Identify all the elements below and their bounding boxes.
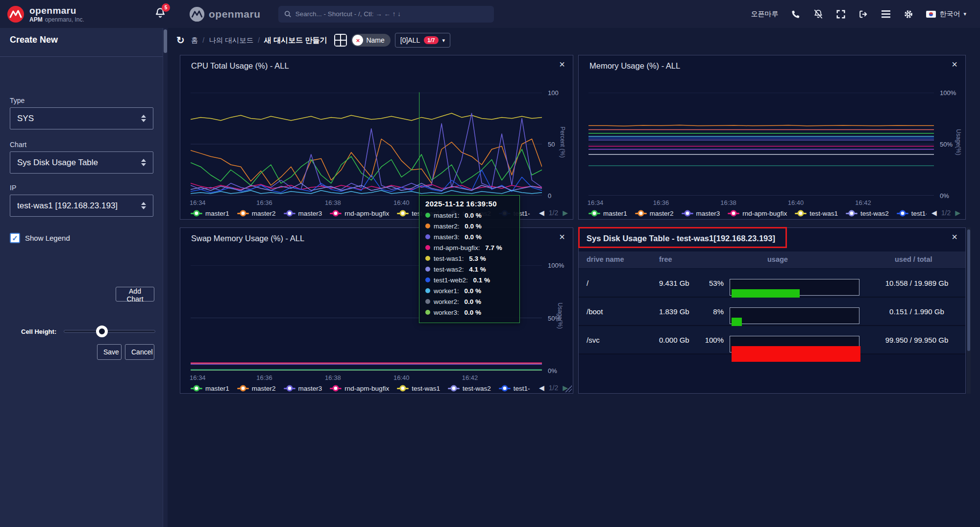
legend-page-indicator: 1/2 bbox=[941, 209, 951, 217]
legend-item[interactable]: test-was1 bbox=[397, 385, 440, 392]
tooltip-row: worker3: 0.0 % bbox=[425, 307, 514, 318]
notification-bell-button[interactable]: 5 bbox=[155, 7, 166, 21]
mute-notifications-button[interactable] bbox=[813, 9, 823, 19]
chevron-down-icon: ▾ bbox=[963, 11, 966, 17]
legend-prev-icon[interactable]: ◀ bbox=[539, 209, 544, 217]
panel-resize-handle[interactable] bbox=[565, 385, 572, 392]
legend-marker-icon bbox=[897, 213, 908, 214]
series-dot-icon bbox=[425, 213, 430, 218]
app-brand[interactable]: openmaru APMopenmaru, Inc. bbox=[0, 5, 152, 23]
legend-marker-icon bbox=[191, 213, 202, 214]
usage-bar-fill bbox=[732, 346, 860, 362]
y-tick-label: 100% bbox=[548, 262, 564, 269]
tooltip-row: test-was1: 5.3 % bbox=[425, 253, 514, 264]
legend-next-icon[interactable]: ▶ bbox=[955, 209, 960, 217]
legend-item[interactable]: master2 bbox=[237, 385, 276, 392]
sidebar-scrollbar[interactable] bbox=[163, 28, 168, 527]
tooltip-series-value: 0.0 % bbox=[465, 287, 482, 295]
bell-slash-icon bbox=[813, 9, 823, 19]
x-tick-label: 16:42 bbox=[855, 199, 871, 206]
disk-table-row: / 9.431 Gb 53% 10.558 / 19.989 Gb bbox=[579, 269, 965, 298]
disk-table-header: drive namefreeusageused / total bbox=[579, 251, 965, 268]
legend-item[interactable]: test1- bbox=[499, 385, 530, 392]
legend-item[interactable]: master2 bbox=[635, 210, 674, 217]
legend-item[interactable]: master3 bbox=[284, 210, 322, 217]
type-select[interactable]: SYS bbox=[10, 107, 153, 129]
search-input[interactable] bbox=[295, 10, 488, 18]
legend-item[interactable]: master1 bbox=[588, 210, 627, 217]
type-label: Type bbox=[10, 97, 24, 104]
legend-prev-icon[interactable]: ◀ bbox=[539, 384, 544, 392]
all-dropdown[interactable]: [0]ALL 1/7 ▾ bbox=[395, 33, 450, 48]
tooltip-series-value: 0.1 % bbox=[473, 276, 490, 284]
tooltip-row: rnd-apm-bugfix: 7.7 % bbox=[425, 242, 514, 253]
user-name-label[interactable]: 오픈마루 bbox=[751, 10, 778, 19]
legend-item[interactable]: test-was2 bbox=[846, 210, 889, 217]
legend-item[interactable]: test1- bbox=[897, 210, 927, 217]
add-chart-button[interactable]: Add Chart bbox=[116, 287, 154, 301]
close-icon[interactable]: × bbox=[559, 59, 565, 69]
dashboard-grid-icon[interactable] bbox=[334, 34, 347, 47]
phone-button[interactable] bbox=[791, 9, 801, 19]
breadcrumb-home[interactable]: 홈 bbox=[191, 36, 198, 45]
phone-icon bbox=[791, 10, 800, 19]
logout-button[interactable] bbox=[858, 9, 868, 19]
legend-item[interactable]: rnd-apm-bugfix bbox=[330, 210, 389, 217]
cancel-button[interactable]: Cancel bbox=[125, 344, 154, 360]
series-dot-icon bbox=[425, 245, 430, 250]
menu-button[interactable] bbox=[881, 9, 891, 19]
breadcrumb-my-dashboard[interactable]: 나의 대시보드 bbox=[209, 36, 253, 45]
tooltip-row: master2: 0.0 % bbox=[425, 221, 514, 231]
show-legend-label: Show Legend bbox=[25, 234, 70, 242]
global-search[interactable] bbox=[278, 6, 494, 23]
scrollbar-thumb[interactable] bbox=[967, 229, 970, 351]
close-icon[interactable]: × bbox=[952, 59, 957, 69]
legend-item[interactable]: master1 bbox=[191, 210, 229, 217]
hamburger-icon bbox=[882, 10, 890, 18]
breadcrumb-separator: / bbox=[258, 36, 260, 44]
remove-filter-icon[interactable]: × bbox=[352, 35, 363, 46]
legend-item[interactable]: master1 bbox=[191, 385, 229, 392]
legend-item[interactable]: rnd-apm-bugfix bbox=[330, 385, 389, 392]
legend-item[interactable]: master3 bbox=[682, 210, 720, 217]
refresh-icon[interactable]: ↻ bbox=[176, 34, 185, 46]
show-legend-checkbox[interactable]: ✓ bbox=[10, 233, 20, 243]
slider-thumb[interactable] bbox=[96, 326, 108, 337]
ip-select[interactable]: test-was1 [192.168.23.193] bbox=[10, 195, 153, 217]
swap-legend-pager: ◀ 1/2 ▶ bbox=[539, 384, 568, 392]
scrollbar-thumb[interactable] bbox=[164, 29, 167, 53]
legend-item[interactable]: rnd-apm-bugfix bbox=[728, 210, 787, 217]
disk-panel-scrollbar[interactable] bbox=[967, 227, 971, 394]
legend-item[interactable]: master3 bbox=[284, 385, 322, 392]
legend-item[interactable]: test-was1 bbox=[795, 210, 838, 217]
usage-percent: 100% bbox=[691, 336, 724, 344]
settings-button[interactable] bbox=[904, 9, 913, 19]
legend-label: test1- bbox=[514, 385, 530, 392]
name-filter-pill[interactable]: × Name bbox=[351, 34, 390, 47]
legend-label: test-was2 bbox=[463, 385, 491, 392]
x-tick-label: 16:34 bbox=[588, 199, 604, 206]
fullscreen-button[interactable] bbox=[836, 9, 846, 19]
close-icon[interactable]: × bbox=[952, 232, 957, 242]
legend-marker-icon bbox=[397, 388, 409, 389]
tooltip-row: worker2: 0.0 % bbox=[425, 296, 514, 307]
cell-height-slider[interactable] bbox=[64, 330, 155, 333]
close-icon[interactable]: × bbox=[559, 232, 565, 242]
chart-select[interactable]: Sys Disk Usage Table bbox=[10, 151, 153, 174]
legend-prev-icon[interactable]: ◀ bbox=[931, 209, 937, 217]
tooltip-series-value: 0.0 % bbox=[465, 298, 482, 305]
brand-sub: APMopenmaru, Inc. bbox=[29, 16, 84, 23]
save-button[interactable]: Save bbox=[97, 344, 122, 360]
tooltip-series-name: worker3: bbox=[434, 309, 461, 316]
legend-label: test-was1 bbox=[412, 385, 440, 392]
legend-item[interactable]: test-was2 bbox=[448, 385, 491, 392]
tooltip-row: test1-web2: 0.1 % bbox=[425, 275, 514, 285]
tooltip-row: master3: 0.0 % bbox=[425, 231, 514, 242]
legend-marker-icon bbox=[499, 388, 511, 389]
sidebar-title: Create New bbox=[10, 35, 58, 45]
legend-next-icon[interactable]: ▶ bbox=[563, 209, 568, 217]
language-selector[interactable]: 한국어 ▾ bbox=[926, 10, 966, 19]
create-new-sidebar: Create New Type SYS Chart Sys Disk Usage… bbox=[0, 28, 163, 527]
legend-item[interactable]: master2 bbox=[237, 210, 276, 217]
tooltip-series-value: 0.0 % bbox=[465, 233, 482, 241]
